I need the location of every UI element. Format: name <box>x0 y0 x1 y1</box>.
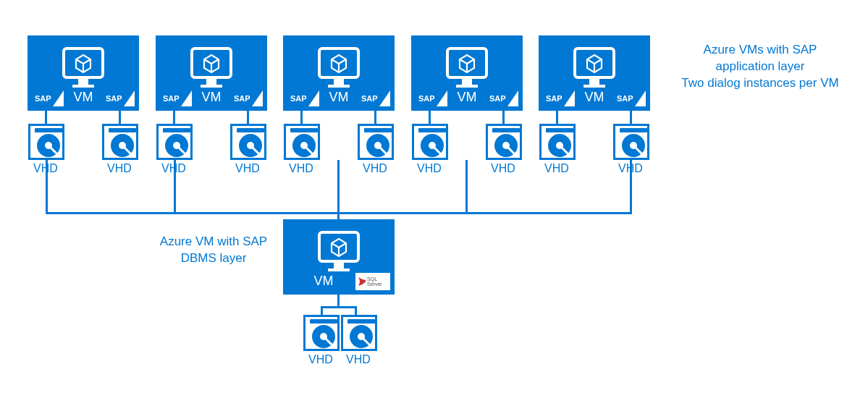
connector <box>173 111 175 124</box>
vhd-label: VHD <box>544 162 569 175</box>
vhd-label: VHD <box>417 162 442 175</box>
connector <box>465 160 468 214</box>
sap-badge-right <box>103 90 135 106</box>
app-vm-5: VM <box>539 35 650 111</box>
dbms-layer-annotation: Azure VM with SAP DBMS layer <box>152 234 275 267</box>
app-vm-3: VM <box>283 35 395 111</box>
sap-badge-left <box>543 90 575 106</box>
connector <box>337 160 340 214</box>
disk-icon <box>104 126 140 162</box>
vm-monitor-icon <box>443 46 491 89</box>
annotation-line: DBMS layer <box>181 251 247 265</box>
sql-server-text: SQL Server <box>367 276 390 287</box>
vhd-box <box>539 124 576 160</box>
sap-badge-right <box>614 90 646 106</box>
connector <box>630 160 632 214</box>
vm-label: VM <box>585 90 604 105</box>
sql-server-icon <box>355 276 366 287</box>
vhd-label: VHD <box>289 162 313 175</box>
vhd-box <box>412 124 448 160</box>
dbms-vm: VM SQL Server <box>283 219 395 295</box>
app-vm-4: VM <box>411 35 523 111</box>
connector <box>46 160 48 214</box>
app-vm-1: VM <box>28 35 139 111</box>
sap-badge-right <box>486 90 518 106</box>
disk-icon <box>286 126 322 162</box>
annotation-line: Azure VM with SAP <box>160 234 267 248</box>
disk-icon <box>232 126 269 162</box>
sql-server-badge: SQL Server <box>355 273 390 290</box>
connector <box>247 111 249 124</box>
app-layer-annotation: Azure VMs with SAP application layer Two… <box>673 42 847 92</box>
vhd-label: VHD <box>346 353 371 366</box>
sap-badge-left <box>32 90 64 106</box>
vhd-box <box>613 124 649 160</box>
sap-badge-left <box>287 90 319 106</box>
vhd-label: VHD <box>363 162 387 175</box>
disk-icon <box>306 317 342 353</box>
vhd-box <box>156 124 193 160</box>
connector <box>321 306 323 315</box>
vm-label: VM <box>202 90 222 105</box>
sap-badge-left <box>416 90 447 106</box>
vhd-box <box>230 124 266 160</box>
connector <box>630 111 632 124</box>
vm-monitor-icon <box>315 229 363 273</box>
vhd-box <box>486 124 522 160</box>
vhd-box <box>303 315 340 351</box>
vm-label: VM <box>329 90 349 105</box>
disk-icon <box>360 126 396 162</box>
connector <box>300 111 303 124</box>
connector <box>374 111 376 124</box>
sap-badge-right <box>231 90 263 106</box>
sap-badge-right <box>358 90 390 106</box>
vm-label: VM <box>314 274 334 289</box>
sap-badge-left <box>160 90 192 106</box>
connector <box>355 306 357 315</box>
vhd-label: VHD <box>491 162 515 175</box>
vhd-box <box>28 124 64 160</box>
vhd-box <box>358 124 394 160</box>
vhd-box <box>284 124 320 160</box>
vm-monitor-icon <box>570 46 618 89</box>
connector <box>429 111 431 124</box>
disk-icon <box>159 126 195 162</box>
connector <box>119 111 121 124</box>
vhd-label: VHD <box>308 353 333 366</box>
app-vm-2: VM <box>156 35 267 111</box>
disk-icon <box>542 126 578 162</box>
disk-icon <box>343 317 379 353</box>
vm-label: VM <box>458 90 477 105</box>
annotation-line: Two dialog instances per VM <box>681 76 838 90</box>
vhd-box <box>102 124 138 160</box>
vhd-box <box>341 315 377 351</box>
connector <box>321 306 357 308</box>
disk-icon <box>615 126 652 162</box>
connector <box>174 160 176 214</box>
vhd-label: VHD <box>107 162 132 175</box>
connector <box>45 111 47 124</box>
vhd-label: VHD <box>235 162 260 175</box>
annotation-line: Azure VMs with SAP <box>704 43 817 56</box>
disk-icon <box>414 126 450 162</box>
connector <box>556 111 558 124</box>
connector <box>337 212 340 219</box>
annotation-line: application layer <box>716 59 805 73</box>
connector <box>502 111 505 124</box>
vm-monitor-icon <box>59 46 107 89</box>
vm-monitor-icon <box>315 46 363 89</box>
disk-icon <box>30 126 67 162</box>
vm-monitor-icon <box>187 46 235 89</box>
disk-icon <box>488 126 524 162</box>
vm-label: VM <box>74 90 93 105</box>
